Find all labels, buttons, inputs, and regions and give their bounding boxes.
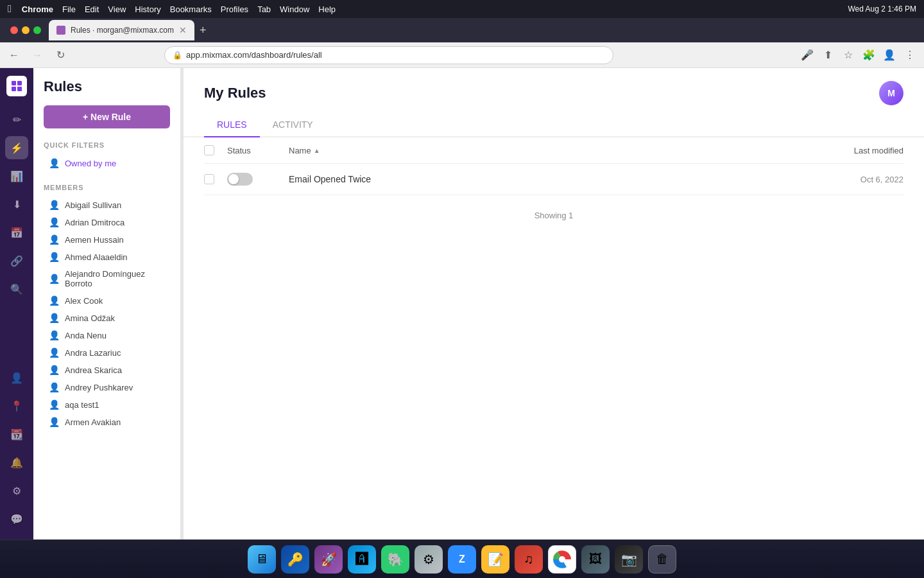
select-all-checkbox[interactable] [204, 145, 214, 155]
rule-name[interactable]: Email Opened Twice [289, 174, 371, 184]
owned-by-me-filter[interactable]: 👤 Owned by me [44, 154, 170, 172]
member-avatar-icon: 👤 [49, 274, 60, 284]
tab-activity[interactable]: ACTIVITY [260, 113, 326, 137]
location-icon[interactable]: 📍 [5, 394, 28, 417]
analytics-icon[interactable]: 📊 [5, 164, 28, 188]
dock-evernote[interactable]: 🐘 [381, 545, 409, 574]
menu-view[interactable]: View [108, 4, 126, 14]
apple-menu[interactable]:  [8, 3, 12, 15]
rules-table-area: Status Name ▲ Last modified Email Open [184, 137, 924, 539]
tab-rules[interactable]: RULES [204, 113, 260, 137]
dock-trash[interactable]: 🗑 [648, 545, 676, 574]
extensions-icon[interactable]: 🧩 [860, 46, 878, 64]
member-name: Armen Avakian [65, 417, 121, 427]
svg-rect-1 [17, 81, 22, 85]
user-avatar[interactable]: M [879, 81, 903, 105]
icon-sidebar: ✏ ⚡ 📊 ⬇ 📅 🔗 🔍 👤 📍 📆 🔔 ⚙ 💬 [0, 68, 33, 539]
row-checkbox-cell [204, 174, 217, 184]
menu-tab[interactable]: Tab [257, 4, 271, 14]
dock-preferences[interactable]: ⚙ [415, 545, 443, 574]
back-button[interactable]: ← [5, 46, 23, 64]
member-avatar-icon: 👤 [49, 252, 60, 262]
member-item[interactable]: 👤Andra Lazariuc [44, 344, 170, 361]
mic-icon[interactable]: 🎤 [798, 46, 816, 64]
share-icon[interactable]: ⬆ [819, 46, 837, 64]
menu-file[interactable]: File [62, 4, 76, 14]
tabs-bar: RULES ACTIVITY [184, 105, 924, 137]
members-label: MEMBERS [44, 184, 170, 191]
member-name: Alex Cook [65, 296, 103, 306]
menu-window[interactable]: Window [280, 4, 309, 14]
member-item[interactable]: 👤Armen Avakian [44, 414, 170, 430]
svg-rect-2 [12, 87, 16, 91]
dock-launchpad[interactable]: 🚀 [314, 545, 343, 574]
member-item[interactable]: 👤Alejandro Domínguez Borroto [44, 266, 170, 292]
maximize-window-button[interactable] [33, 26, 41, 34]
app-container: ✏ ⚡ 📊 ⬇ 📅 🔗 🔍 👤 📍 📆 🔔 ⚙ 💬 Rules + New Ru… [0, 68, 924, 539]
menu-profiles[interactable]: Profiles [221, 4, 248, 14]
dock-screencapture[interactable]: 📷 [615, 545, 643, 574]
menu-edit[interactable]: Edit [85, 4, 99, 14]
member-item[interactable]: 👤Anda Nenu [44, 327, 170, 344]
member-item[interactable]: 👤Alex Cook [44, 292, 170, 309]
quick-filters-label: QUICK FILTERS [44, 141, 170, 149]
settings-icon[interactable]: ⚙ [5, 479, 28, 502]
dock-appstore[interactable]: 🅰 [348, 545, 376, 574]
dock-notes[interactable]: 📝 [481, 545, 509, 574]
search-icon[interactable]: 🔍 [5, 277, 28, 301]
menu-chrome[interactable]: Chrome [22, 4, 53, 14]
menu-history[interactable]: History [135, 4, 160, 14]
new-tab-button[interactable]: + [200, 24, 207, 37]
member-item[interactable]: 👤Ahmed Alaaeldin [44, 249, 170, 265]
member-item[interactable]: 👤Andrea Skarica [44, 362, 170, 378]
main-content: My Rules M RULES ACTIVITY Status Name ▲ … [184, 68, 924, 539]
member-item[interactable]: 👤aqa test1 [44, 396, 170, 413]
rule-name-cell: Email Opened Twice [289, 174, 816, 184]
url-text: app.mixmax.com/dashboard/rules/all [186, 50, 322, 60]
menubar:  Chrome File Edit View History Bookmark… [0, 0, 924, 18]
name-column-header[interactable]: Name ▲ [289, 146, 816, 155]
dock-zoom[interactable]: Z [448, 545, 476, 574]
member-item[interactable]: 👤Amina Odžak [44, 310, 170, 326]
dock-preview[interactable]: 🖼 [581, 545, 610, 574]
calendar-icon[interactable]: 📅 [5, 221, 28, 244]
table-header: Status Name ▲ Last modified [204, 137, 903, 164]
profile-icon[interactable]: 👤 [880, 46, 898, 64]
dock-music[interactable]: ♫ [515, 545, 543, 574]
member-item[interactable]: 👤Aemen Hussain [44, 231, 170, 248]
bell-icon[interactable]: 🔔 [5, 451, 28, 474]
sidebar-title: Rules [44, 78, 170, 95]
member-item[interactable]: 👤Andrey Pushkarev [44, 379, 170, 396]
showing-count: Showing 1 [204, 195, 903, 236]
rule-toggle[interactable] [227, 173, 253, 186]
address-bar[interactable]: 🔒 app.mixmax.com/dashboard/rules/all [164, 46, 613, 64]
close-window-button[interactable] [10, 26, 18, 34]
dock-1password[interactable]: 🔑 [281, 545, 309, 574]
forward-button[interactable]: → [28, 46, 46, 64]
chrome-menu-icon[interactable]: ⋮ [901, 46, 919, 64]
table-row: Email Opened Twice Oct 6, 2022 [204, 164, 903, 195]
member-name: Andra Lazariuc [65, 348, 121, 358]
dock-finder[interactable]: 🖥 [248, 545, 276, 574]
dock-chrome[interactable] [548, 545, 576, 574]
minimize-window-button[interactable] [22, 26, 30, 34]
person-icon[interactable]: 👤 [5, 366, 28, 389]
member-item[interactable]: 👤Abigail Sullivan [44, 197, 170, 213]
menu-help[interactable]: Help [318, 4, 336, 14]
integrations-icon[interactable]: 🔗 [5, 249, 28, 272]
reload-button[interactable]: ↻ [51, 46, 69, 64]
member-name: Alejandro Domínguez Borroto [65, 269, 165, 288]
download-icon[interactable]: ⬇ [5, 193, 28, 216]
tab-close-button[interactable]: ✕ [179, 25, 187, 35]
svg-point-5 [559, 556, 565, 563]
bookmark-icon[interactable]: ☆ [839, 46, 857, 64]
compose-icon[interactable]: ✏ [5, 108, 28, 131]
member-item[interactable]: 👤Adrian Dmitroca [44, 214, 170, 231]
calendar2-icon[interactable]: 📆 [5, 423, 28, 446]
row-checkbox[interactable] [204, 174, 214, 184]
chat-icon[interactable]: 💬 [5, 507, 28, 530]
menu-bookmarks[interactable]: Bookmarks [170, 4, 212, 14]
rules-icon[interactable]: ⚡ [5, 136, 28, 159]
new-rule-button[interactable]: + New Rule [44, 105, 170, 128]
active-tab[interactable]: Rules · morgan@mixmax.com ✕ [49, 20, 194, 40]
